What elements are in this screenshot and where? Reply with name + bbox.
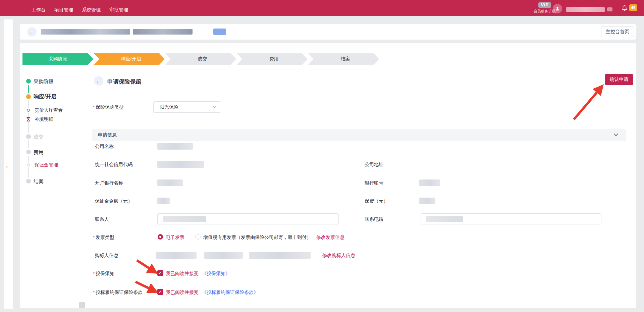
modify-buyer-link[interactable]: 修改购标人信息 <box>322 253 355 259</box>
contact-phone-label: 联系电话 <box>365 216 383 222</box>
sidebar-item-procurement[interactable]: 采购阶段 <box>34 79 54 85</box>
contact-phone-value-redacted <box>426 216 463 222</box>
main-panel: 采购阶段 响应/开启 成交 费用 结案 采购阶段 响应/开启 竞价大厅查看 补填… <box>20 43 636 308</box>
company-name-value-redacted <box>157 143 193 150</box>
insurance-type-label: 保险保函类型 <box>93 104 124 110</box>
sidebar-item-fees[interactable]: 费用 <box>34 149 44 156</box>
page-header: ← 主控台首页 <box>20 24 636 40</box>
buyer-info-label: 购标人信息 <box>95 253 118 259</box>
username-redacted <box>566 7 605 12</box>
insurance-notice-link[interactable]: 《投保须知》 <box>202 271 230 277</box>
sidebar-divider <box>85 71 85 308</box>
timeline-dot-closing <box>26 179 31 184</box>
sidebar-item-fill-details[interactable]: 补填明细 <box>35 116 53 122</box>
step-label: 结案 <box>341 56 350 62</box>
insurance-type-select[interactable]: 阳光保险 <box>153 101 221 113</box>
contact-label: 联系人 <box>95 216 109 222</box>
user-avatar[interactable] <box>553 4 562 13</box>
header-divider <box>85 89 636 89</box>
nav-item-approval-management[interactable]: 审批管理 <box>109 7 128 13</box>
notification-bell-icon[interactable] <box>621 5 628 12</box>
deposit-amount-label: 保证金金额（元） <box>95 198 132 204</box>
timeline-ring-deposit <box>27 163 30 166</box>
radio-electronic-invoice-label[interactable]: 电子发票 <box>166 235 184 241</box>
stage-step-closing: 结案 <box>308 53 379 65</box>
notification-count-badge[interactable]: 46 <box>629 4 637 11</box>
sidebar-item-bidding-hall[interactable]: 竞价大厅查看 <box>35 107 63 113</box>
stage-step-procurement: 采购阶段 <box>22 53 93 65</box>
nav-item-workbench[interactable]: 工作台 <box>32 7 46 13</box>
performance-terms-checkbox[interactable]: ✓ <box>157 289 163 295</box>
label-text: 保险保函类型 <box>96 104 124 110</box>
nav-item-system-management[interactable]: 系统管理 <box>82 7 101 13</box>
insurance-notice-checkbox[interactable]: ✓ <box>157 270 163 276</box>
contact-phone-input[interactable] <box>421 213 601 224</box>
section-title: 申请信息 <box>98 132 117 138</box>
sidebar-item-response-open[interactable]: 响应/开启 <box>34 93 56 100</box>
console-home-button[interactable]: 主控台首页 <box>601 27 634 37</box>
sidebar-item-deal[interactable]: 成交 <box>34 134 44 140</box>
horizontal-scrollbar-thumb[interactable] <box>79 302 85 308</box>
agree-text: 我已阅读并接受 <box>166 271 199 277</box>
top-navbar: 工作台 项目管理 系统管理 审批管理 VIP 会员服务升级 46 <box>0 0 644 16</box>
buyer-info-value-redacted-1 <box>156 252 197 259</box>
page-title: 申请保险保函 <box>107 78 142 86</box>
application-info-section-header[interactable]: 申请信息 <box>92 129 626 141</box>
performance-terms-label: 投标履约保证保险条款 <box>93 290 143 296</box>
label-text: 投保须知 <box>96 271 114 276</box>
step-label: 费用 <box>269 56 279 62</box>
nav-item-project-management[interactable]: 项目管理 <box>54 7 73 13</box>
radio-vat-invoice-label[interactable]: 增值税专用发票（发票由保险公司邮寄，顺丰到付） <box>203 235 311 241</box>
radio-electronic-invoice[interactable] <box>158 234 163 240</box>
sidebar-item-closing[interactable]: 结案 <box>34 178 44 185</box>
selected-value: 阳光保险 <box>160 104 178 110</box>
invoice-type-label: 发票类型 <box>93 235 114 241</box>
bank-account-value-redacted <box>419 179 440 186</box>
check-icon: ✓ <box>159 270 162 275</box>
timeline-dot-fees <box>26 150 31 154</box>
timeline-dot-response <box>26 94 31 99</box>
insurance-notice-label: 投保须知 <box>93 271 114 277</box>
back-arrow-icon: ← <box>96 78 101 84</box>
expand-panel-chevron-icon[interactable]: › <box>6 164 7 169</box>
project-title-redacted-2 <box>133 29 193 35</box>
contact-input[interactable] <box>157 213 339 224</box>
premium-value-redacted <box>419 198 435 204</box>
credit-code-value-redacted <box>157 161 204 168</box>
deposit-amount-value-redacted <box>157 198 170 204</box>
username-redacted-2 <box>607 7 612 11</box>
hourglass-icon <box>26 117 31 122</box>
bank-name-value-redacted <box>157 179 183 186</box>
back-arrow-icon: ← <box>30 29 35 35</box>
buyer-info-value-redacted-3 <box>249 252 311 259</box>
status-tag-redacted <box>213 29 226 35</box>
performance-terms-link[interactable]: 《投标履约保证保险条款》 <box>202 290 258 296</box>
person-icon <box>554 6 560 12</box>
project-title-redacted <box>41 29 130 35</box>
company-address-label: 公司地址 <box>365 162 383 168</box>
nav-menu: 工作台 项目管理 系统管理 审批管理 <box>32 0 128 16</box>
step-label: 成交 <box>198 56 207 62</box>
collapse-chevron-icon <box>614 132 618 136</box>
premium-label: 保费（元） <box>365 198 388 204</box>
modify-invoice-link[interactable]: 修改发票信息 <box>316 235 344 241</box>
timeline-ring-bidding-hall <box>27 109 30 112</box>
contact-value-redacted <box>163 216 206 222</box>
radio-vat-invoice[interactable] <box>195 234 201 240</box>
timeline-dot-deal <box>26 134 31 139</box>
confirm-apply-button[interactable]: 确认申请 <box>605 74 633 85</box>
timeline-dot-procurement <box>26 79 31 84</box>
check-icon: ✓ <box>159 289 162 294</box>
agree-text-2: 我已阅读并接受 <box>166 290 199 296</box>
sidebar-item-deposit-management[interactable]: 保证金管理 <box>35 162 58 168</box>
credit-code-label: 统一社会信用代码 <box>95 162 132 168</box>
stage-step-fees: 费用 <box>237 53 308 65</box>
collapsed-side-panel: › <box>4 19 13 309</box>
header-back-button[interactable]: ← <box>27 27 37 37</box>
stage-step-deal: 成交 <box>165 53 236 65</box>
label-text: 发票类型 <box>96 235 114 240</box>
step-label: 采购阶段 <box>49 56 67 62</box>
content-back-button[interactable]: ← <box>94 76 103 86</box>
label-text: 投标履约保证保险条款 <box>96 290 143 295</box>
step-label: 响应/开启 <box>121 56 141 62</box>
